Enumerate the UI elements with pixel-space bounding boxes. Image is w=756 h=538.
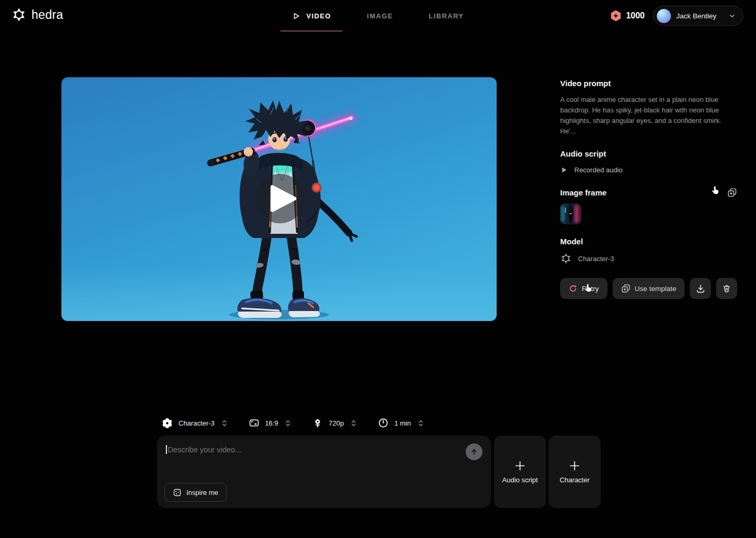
tab-image[interactable]: IMAGE bbox=[355, 0, 405, 32]
credits-badge[interactable]: 1000 bbox=[610, 10, 645, 22]
download-icon bbox=[696, 284, 706, 294]
arrow-up-icon bbox=[469, 447, 479, 457]
chevron-down-icon bbox=[728, 12, 736, 20]
aspect-ratio-icon bbox=[249, 418, 259, 428]
video-prompt-composer[interactable]: Describe your video... Inspire me bbox=[157, 436, 491, 508]
tab-label: VIDEO bbox=[306, 12, 331, 20]
video-frame-art bbox=[61, 77, 497, 321]
tab-label: IMAGE bbox=[367, 12, 393, 20]
credits-count: 1000 bbox=[626, 11, 645, 20]
text-caret bbox=[166, 445, 167, 454]
image-frame-title: Image frame bbox=[560, 188, 606, 198]
flower-gear-icon bbox=[162, 418, 173, 429]
video-prompt-title: Video prompt bbox=[560, 79, 737, 88]
duration-clock-icon bbox=[378, 418, 388, 428]
tab-label: LIBRARY bbox=[428, 12, 464, 20]
resolution-flower-icon bbox=[312, 418, 323, 428]
model-value: Character-3 bbox=[578, 255, 614, 263]
header-right: 1000 Jack Bentley bbox=[610, 6, 743, 26]
duration-value: 1 min bbox=[394, 419, 411, 427]
resolution-selector[interactable]: 720p bbox=[312, 418, 358, 428]
video-player[interactable] bbox=[61, 77, 497, 321]
model-selector[interactable]: Character-3 bbox=[162, 418, 228, 429]
submit-button[interactable] bbox=[466, 443, 482, 460]
result-actions: Retry Use template bbox=[560, 278, 737, 299]
main-tabs: VIDEO IMAGE LIBRARY bbox=[280, 0, 475, 32]
trash-icon bbox=[722, 284, 731, 293]
delete-button[interactable] bbox=[716, 278, 737, 299]
recorded-audio-label: Recorded audio bbox=[574, 166, 623, 174]
active-tab-underline bbox=[280, 30, 342, 32]
image-frame-thumbnail[interactable] bbox=[560, 203, 581, 224]
expand-chevrons-icon bbox=[284, 419, 292, 428]
retry-refresh-icon bbox=[569, 284, 578, 293]
duration-selector[interactable]: 1 min bbox=[378, 418, 425, 428]
brand-wordmark: hedra bbox=[32, 8, 63, 22]
download-button[interactable] bbox=[690, 278, 711, 299]
use-template-label: Use template bbox=[635, 285, 677, 293]
prompt-placeholder: Describe your video... bbox=[168, 446, 242, 454]
expand-chevrons-icon bbox=[220, 419, 228, 428]
video-play-icon bbox=[292, 12, 301, 20]
user-menu-button[interactable]: Jack Bentley bbox=[653, 6, 743, 26]
expand-chevrons-icon bbox=[350, 419, 358, 428]
add-audio-script-card[interactable]: Audio script bbox=[494, 436, 546, 508]
credits-hexagon-icon bbox=[610, 10, 622, 22]
inspire-me-label: Inspire me bbox=[186, 489, 218, 496]
tab-library[interactable]: LIBRARY bbox=[417, 0, 475, 32]
brand-logo[interactable]: hedra bbox=[12, 7, 63, 22]
use-template-button[interactable]: Use template bbox=[613, 278, 685, 299]
avatar bbox=[657, 9, 671, 23]
add-audio-script-label: Audio script bbox=[502, 476, 538, 484]
hedra-logo-icon bbox=[12, 7, 26, 22]
audio-play-icon bbox=[560, 166, 568, 174]
video-prompt-input[interactable]: Describe your video... bbox=[166, 445, 242, 454]
video-prompt-text: A cool male anime character set in a pla… bbox=[560, 95, 739, 137]
audio-script-title: Audio script bbox=[560, 149, 737, 159]
model-pinwheel-icon bbox=[560, 253, 572, 264]
retry-label: Retry bbox=[582, 285, 598, 293]
thumbnail-art bbox=[560, 203, 581, 224]
copy-add-icon[interactable] bbox=[727, 188, 737, 198]
recorded-audio-row[interactable]: Recorded audio bbox=[560, 166, 737, 174]
add-character-label: Character bbox=[560, 476, 590, 484]
user-name: Jack Bentley bbox=[676, 12, 723, 20]
expand-chevrons-icon bbox=[417, 419, 425, 428]
top-bar: hedra VIDEO IMAGE LIBRARY 1000 Jack Bent… bbox=[0, 0, 756, 32]
resolution-value: 720p bbox=[329, 419, 344, 427]
plus-icon bbox=[569, 460, 580, 471]
inspire-me-button[interactable]: Inspire me bbox=[164, 483, 227, 502]
template-copy-add-icon bbox=[621, 284, 631, 293]
retry-button[interactable]: Retry bbox=[560, 278, 607, 299]
tab-video[interactable]: VIDEO bbox=[280, 0, 342, 32]
generation-details-panel: Video prompt A cool male anime character… bbox=[560, 79, 737, 299]
model-selector-value: Character-3 bbox=[178, 419, 215, 427]
add-character-card[interactable]: Character bbox=[549, 436, 601, 508]
plus-icon bbox=[514, 460, 526, 471]
aspect-ratio-value: 16:9 bbox=[265, 419, 278, 427]
dice-icon bbox=[173, 488, 182, 497]
generation-settings-bar: Character-3 16:9 720p bbox=[162, 415, 425, 431]
aspect-ratio-selector[interactable]: 16:9 bbox=[249, 418, 292, 428]
model-row: Character-3 bbox=[560, 253, 737, 264]
model-title: Model bbox=[560, 237, 737, 246]
